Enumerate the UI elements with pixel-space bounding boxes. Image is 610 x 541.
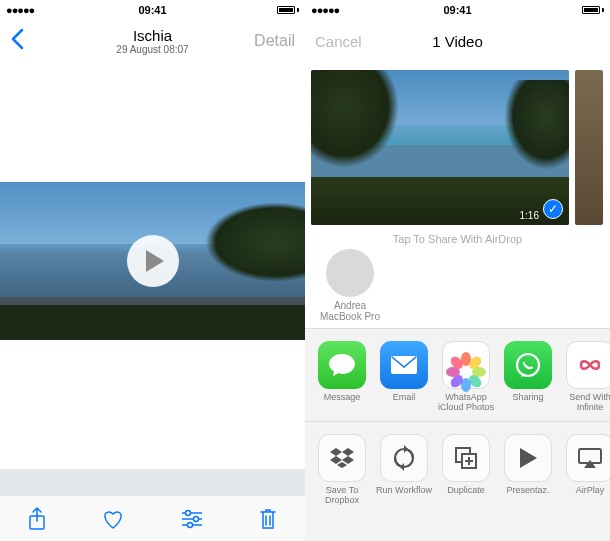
email-icon — [380, 341, 428, 389]
cancel-button[interactable]: Cancel — [315, 33, 362, 50]
dropbox-icon — [318, 434, 366, 482]
battery-icon — [277, 6, 299, 14]
share-app-message[interactable]: Message — [313, 341, 371, 413]
nav-bar: Cancel 1 Video — [305, 20, 610, 62]
refresh-icon — [380, 434, 428, 482]
nav-title: 1 Video — [432, 33, 483, 50]
share-actions-row: Save To Dropbox Run Workflow Duplicate P… — [305, 422, 610, 514]
share-app-icloud-photos[interactable]: WhatsApp iCloud Photos — [437, 341, 495, 413]
share-app-infinite[interactable]: Send With Infinite — [561, 341, 610, 413]
airdrop-target[interactable]: Andrea MacBook Pro — [315, 249, 385, 322]
airdrop-row: Andrea MacBook Pro — [305, 249, 610, 329]
infinite-icon — [566, 341, 610, 389]
back-button[interactable] — [10, 28, 24, 54]
nav-subtitle: 29 August 08:07 — [116, 44, 188, 55]
edit-button[interactable] — [180, 509, 204, 529]
play-button[interactable] — [127, 235, 179, 287]
battery-icon — [582, 6, 604, 14]
nav-bar: Ischia 29 August 08:07 Detail — [0, 20, 305, 62]
nav-title: Ischia — [116, 27, 188, 44]
status-bar: ●●●●● 09:41 — [305, 0, 610, 20]
share-app-email[interactable]: Email — [375, 341, 433, 413]
svg-point-2 — [185, 510, 190, 515]
favorite-button[interactable] — [101, 508, 125, 530]
svg-point-6 — [187, 522, 192, 527]
action-save-dropbox[interactable]: Save To Dropbox — [313, 434, 371, 506]
video-preview[interactable] — [0, 182, 305, 340]
airplay-icon — [566, 434, 610, 482]
action-duplicate[interactable]: Duplicate — [437, 434, 495, 506]
play-icon — [146, 250, 164, 272]
airdrop-hint: Tap To Share With AirDrop — [305, 225, 610, 249]
action-run-workflow[interactable]: Run Workflow — [375, 434, 433, 506]
action-slideshow[interactable]: Presentaz. — [499, 434, 557, 506]
svg-point-8 — [517, 354, 539, 376]
selected-checkmark-icon: ✓ — [543, 199, 563, 219]
thumbnail-row: 1:16 ✓ — [305, 62, 610, 225]
bottom-toolbar — [0, 495, 305, 541]
share-app-whatsapp[interactable]: Sharing — [499, 341, 557, 413]
clock: 09:41 — [138, 4, 166, 16]
whatsapp-icon — [504, 341, 552, 389]
status-bar: ●●●●● 09:41 — [0, 0, 305, 20]
signal-dots: ●●●●● — [6, 4, 34, 16]
play-icon — [504, 434, 552, 482]
duplicate-icon — [442, 434, 490, 482]
video-scrubber[interactable] — [0, 469, 305, 495]
signal-dots: ●●●●● — [311, 4, 339, 16]
airdrop-user-name: Andrea — [334, 300, 366, 311]
video-duration: 1:16 — [520, 210, 539, 221]
delete-button[interactable] — [258, 507, 278, 531]
video-thumbnail-next[interactable] — [575, 70, 603, 225]
action-airplay[interactable]: AirPlay — [561, 434, 610, 506]
detail-screen: ●●●●● 09:41 Ischia 29 August 08:07 Detai… — [0, 0, 305, 541]
svg-point-4 — [193, 516, 198, 521]
message-icon — [318, 341, 366, 389]
airdrop-device: MacBook Pro — [320, 311, 380, 322]
nav-title-block: Ischia 29 August 08:07 — [116, 27, 188, 55]
avatar-icon — [326, 249, 374, 297]
share-button[interactable] — [27, 507, 47, 531]
photos-icon — [442, 341, 490, 389]
detail-button[interactable]: Detail — [254, 32, 295, 50]
share-apps-row: Message Email WhatsApp iC — [305, 329, 610, 422]
video-thumbnail[interactable]: 1:16 ✓ — [311, 70, 569, 225]
clock: 09:41 — [443, 4, 471, 16]
share-sheet-screen: ●●●●● 09:41 Cancel 1 Video 1:16 ✓ Tap To… — [305, 0, 610, 541]
